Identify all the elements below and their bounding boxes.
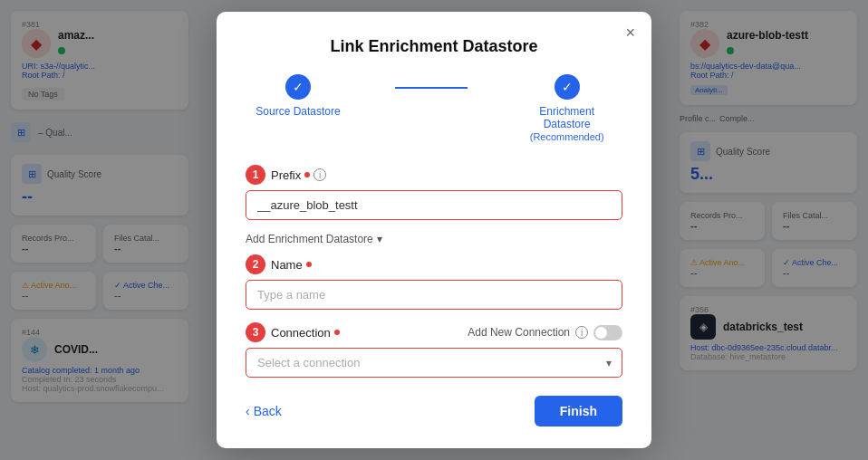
chevron-left-icon: ‹ [246,404,250,418]
modal-footer: ‹ Back Finish [246,396,622,426]
add-new-connection: Add New Connection i [468,325,622,340]
add-new-connection-toggle[interactable] [593,325,622,340]
step-badge-3: 3 [246,322,265,342]
connection-select[interactable]: Select a connection [246,348,622,378]
info-icon-prefix[interactable]: i [313,168,326,181]
step-badge-1: 1 [246,165,265,185]
step-badge-2: 2 [246,254,265,274]
prefix-input[interactable] [246,190,622,220]
name-label: 2 Name [246,254,622,274]
stepper: ✓ Source Datastore ✓ Enrichment Datastor… [246,74,622,143]
connection-label: 3 Connection [246,322,340,342]
connection-row: 3 Connection Add New Connection i [246,322,622,342]
finish-button[interactable]: Finish [535,396,622,426]
required-indicator-connection [334,330,340,335]
connection-select-wrapper: Select a connection ▾ [246,348,622,378]
name-input[interactable] [246,280,622,310]
back-button[interactable]: ‹ Back [246,404,282,418]
modal-title: Link Enrichment Datastore [246,37,622,56]
info-icon-connection[interactable]: i [575,326,588,339]
add-enrichment-toggle[interactable]: Add Enrichment Datastore ▾ [246,233,622,245]
close-button[interactable]: × [625,24,635,41]
required-indicator-prefix [304,172,310,177]
step-1-label: Source Datastore [256,105,340,118]
chevron-down-icon: ▾ [377,233,382,245]
link-enrichment-modal: × Link Enrichment Datastore ✓ Source Dat… [217,12,651,448]
required-indicator-name [306,262,312,267]
step-2-circle: ✓ [555,74,580,100]
connection-group: 3 Connection Add New Connection i Select… [246,322,622,378]
stepper-connector [395,87,468,89]
step-2-label: Enrichment Datastore(Recommended) [522,105,612,143]
step-1: ✓ Source Datastore [256,74,340,118]
step-1-circle: ✓ [285,74,311,100]
prefix-group: 1 Prefix i [246,165,622,220]
step-2: ✓ Enrichment Datastore(Recommended) [522,74,612,143]
prefix-label: 1 Prefix i [246,165,622,185]
name-group: 2 Name [246,254,622,310]
